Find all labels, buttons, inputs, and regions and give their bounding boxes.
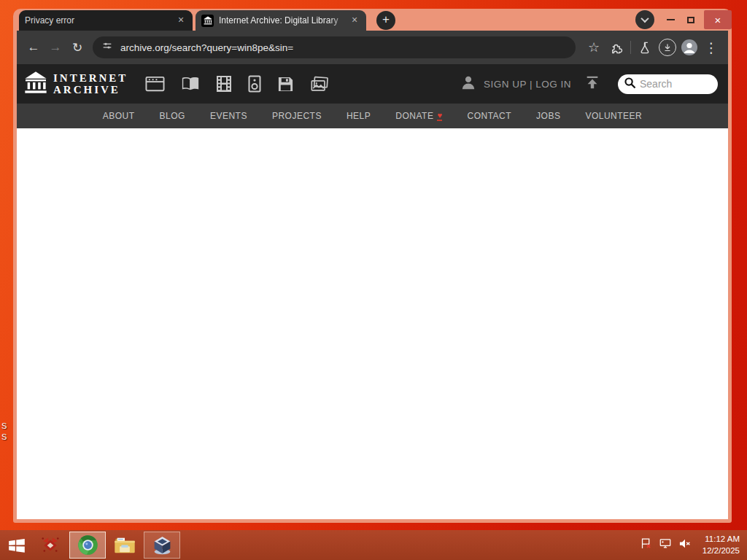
page-content: INTERNET ARCHIVE	[17, 64, 728, 519]
site-nav: ABOUT BLOG EVENTS PROJECTS HELP DONATE ♥…	[17, 104, 728, 128]
action-center-flag-icon[interactable]	[640, 537, 652, 553]
labs-flask-icon[interactable]	[635, 36, 657, 58]
network-icon[interactable]	[659, 537, 672, 553]
internet-archive-header: INTERNET ARCHIVE	[17, 64, 728, 104]
system-tray: 11:12 AM 12/2/2025	[640, 534, 747, 556]
file-explorer-icon[interactable]	[108, 530, 142, 560]
nav-help[interactable]: HELP	[347, 111, 371, 121]
upload-icon[interactable]	[584, 74, 600, 93]
search-input[interactable]	[640, 78, 713, 90]
maximize-button[interactable]	[681, 10, 701, 29]
header-account-area: SIGN UP | LOG IN	[460, 74, 718, 94]
maximize-icon	[687, 17, 694, 23]
search-icon	[624, 77, 636, 92]
desktop: S S Privacy error × Internet Archive: Di…	[0, 0, 747, 560]
nav-about[interactable]: ABOUT	[103, 111, 135, 121]
url-text[interactable]: archive.org/search?query=win8pe&sin=	[120, 42, 293, 53]
media-type-nav	[145, 75, 329, 93]
close-window-button[interactable]: ×	[704, 10, 732, 29]
nav-donate-label: DONATE	[395, 111, 433, 121]
video-film-icon[interactable]	[216, 75, 232, 93]
back-button[interactable]: ←	[23, 36, 44, 58]
chevron-down-icon	[640, 15, 649, 23]
nav-donate[interactable]: DONATE ♥	[395, 111, 442, 121]
site-search-box[interactable]	[618, 74, 718, 94]
nav-events[interactable]: EVENTS	[210, 111, 247, 121]
images-photos-icon[interactable]	[310, 76, 329, 93]
desktop-icon-label[interactable]: S	[1, 421, 7, 430]
download-icon	[659, 39, 676, 56]
internet-archive-wordmark[interactable]: INTERNET ARCHIVE	[53, 72, 128, 96]
pinned-app-icon[interactable]	[34, 530, 67, 560]
nav-blog[interactable]: BLOG	[160, 111, 185, 121]
browser-window: Privacy error × Internet Archive: Digita…	[13, 9, 732, 523]
close-tab-icon[interactable]: ×	[175, 15, 187, 26]
menu-icon[interactable]: ⋮	[700, 36, 722, 58]
forward-button[interactable]: →	[44, 36, 66, 58]
browser-toolbar: ← → ↻ archive.org/search?query=win8pe&si…	[17, 31, 728, 64]
internet-archive-favicon-icon	[201, 15, 214, 27]
texts-book-icon[interactable]	[181, 76, 200, 92]
nav-volunteer[interactable]: VOLUNTEER	[585, 111, 642, 121]
tab-title: Internet Archive: Digital Library	[219, 15, 349, 26]
internet-archive-logo-icon[interactable]	[24, 71, 47, 97]
nav-projects[interactable]: PROJECTS	[272, 111, 322, 121]
close-tab-icon[interactable]: ×	[349, 15, 360, 26]
tab-privacy-error[interactable]: Privacy error ×	[19, 10, 193, 31]
virtualbox-taskbar-button[interactable]	[144, 532, 180, 559]
taskbar-clock[interactable]: 11:12 AM 12/2/2025	[703, 534, 740, 556]
browser-taskbar-button[interactable]	[69, 532, 106, 559]
heart-icon: ♥	[437, 111, 442, 121]
downloads-button[interactable]	[657, 36, 678, 58]
url-bar[interactable]: archive.org/search?query=win8pe&sin=	[93, 36, 576, 58]
minimize-icon	[667, 19, 675, 20]
taskbar: 11:12 AM 12/2/2025	[0, 530, 747, 560]
desktop-icon-label[interactable]: S	[1, 432, 7, 441]
web-icon[interactable]	[145, 76, 165, 92]
tab-search-button[interactable]	[635, 10, 654, 29]
person-icon	[460, 74, 476, 93]
window-controls: ×	[635, 9, 732, 31]
audio-speaker-icon[interactable]	[248, 75, 261, 93]
nav-contact[interactable]: CONTACT	[467, 111, 511, 121]
tab-title: Privacy error	[25, 15, 175, 26]
extensions-icon[interactable]	[605, 36, 627, 58]
new-tab-button[interactable]: +	[376, 11, 395, 30]
clock-time: 11:12 AM	[703, 534, 740, 545]
profile-avatar[interactable]	[678, 36, 700, 58]
nav-jobs[interactable]: JOBS	[536, 111, 560, 121]
site-settings-icon[interactable]	[101, 40, 113, 55]
volume-muted-icon[interactable]	[678, 537, 692, 553]
signup-login-link[interactable]: SIGN UP | LOG IN	[484, 79, 571, 90]
software-floppy-icon[interactable]	[277, 76, 294, 93]
search-results-area	[17, 128, 728, 519]
start-button[interactable]	[0, 530, 34, 560]
clock-date: 12/2/2025	[703, 545, 740, 557]
reload-button[interactable]: ↻	[66, 36, 88, 58]
tab-internet-archive[interactable]: Internet Archive: Digital Library ×	[196, 10, 366, 31]
toolbar-divider	[630, 41, 631, 54]
tab-strip: Privacy error × Internet Archive: Digita…	[13, 9, 732, 31]
minimize-button[interactable]	[660, 10, 681, 29]
bookmark-star-icon[interactable]: ☆	[583, 36, 605, 58]
